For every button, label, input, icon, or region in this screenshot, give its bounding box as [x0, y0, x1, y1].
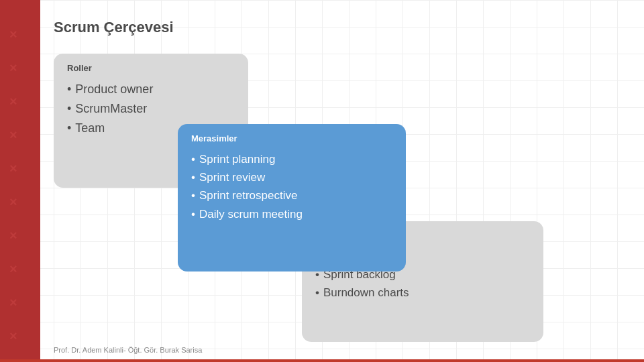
- x-marks-decoration: × × × × × × × × × ×: [0, 0, 40, 362]
- merasimler-card-label: Merasimler: [191, 133, 392, 143]
- list-item: Sprint planning: [191, 150, 392, 168]
- merasimler-list: Sprint planning Sprint review Sprint ret…: [191, 150, 392, 223]
- roller-card-label: Roller: [67, 63, 235, 73]
- left-sidebar: × × × × × × × × × ×: [0, 0, 40, 362]
- list-item: Product owner: [67, 80, 235, 99]
- list-item: Sprint retrospective: [191, 186, 392, 204]
- list-item: ScrumMaster: [67, 99, 235, 119]
- merasimler-card: Merasimler Sprint planning Sprint review…: [178, 124, 406, 272]
- list-item: Daily scrum meeting: [191, 205, 392, 223]
- bottom-accent-line: [0, 359, 644, 362]
- list-item: Sprint review: [191, 168, 392, 186]
- page-title: Scrum Çerçevesi: [54, 19, 174, 36]
- list-item: Burndown charts: [315, 284, 530, 302]
- footer-text: Prof. Dr. Adem Kalinli- Öğt. Gör. Burak …: [54, 346, 202, 354]
